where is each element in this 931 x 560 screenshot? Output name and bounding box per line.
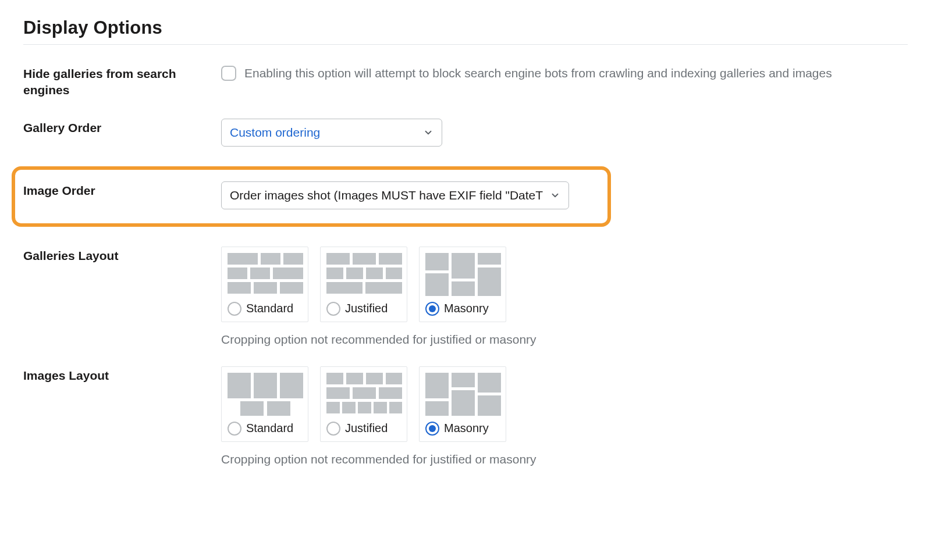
svg-rect-46	[478, 395, 501, 416]
masonry-layout-icon	[425, 373, 501, 416]
svg-rect-25	[254, 373, 277, 398]
galleries-layout-option-label: Masonry	[444, 302, 489, 315]
image-order-highlight: Image Order Order images shot (Images MU…	[12, 166, 611, 227]
standard-layout-icon	[228, 373, 303, 416]
svg-rect-15	[386, 267, 402, 279]
svg-rect-35	[379, 387, 402, 399]
gallery-order-select[interactable]: Custom ordering	[221, 119, 442, 147]
galleries-layout-option-masonry[interactable]: Masonry	[419, 247, 506, 322]
svg-rect-10	[353, 253, 376, 265]
svg-rect-7	[254, 282, 277, 294]
svg-rect-5	[273, 267, 303, 279]
row-images-layout: Images Layout Standard	[23, 366, 908, 466]
svg-rect-27	[240, 401, 264, 416]
justified-layout-icon	[326, 253, 402, 296]
gallery-order-label: Gallery Order	[23, 119, 209, 136]
galleries-layout-options: Standard Justified	[221, 247, 884, 322]
svg-rect-36	[326, 402, 340, 413]
images-layout-options: Standard Justified	[221, 366, 884, 442]
svg-rect-11	[379, 253, 402, 265]
standard-layout-icon	[228, 253, 303, 296]
hide-galleries-description: Enabling this option will attempt to blo…	[244, 65, 832, 81]
chevron-down-icon	[423, 127, 433, 138]
image-order-select[interactable]: Order images shot (Images MUST have EXIF…	[221, 181, 569, 209]
images-layout-option-masonry[interactable]: Masonry	[419, 366, 506, 442]
svg-rect-16	[326, 282, 363, 294]
svg-rect-32	[386, 373, 402, 384]
svg-rect-24	[228, 373, 251, 398]
row-hide-galleries: Hide galleries from search engines Enabl…	[23, 65, 908, 99]
galleries-layout-radio-masonry[interactable]	[425, 302, 439, 316]
galleries-layout-option-standard[interactable]: Standard	[221, 247, 308, 322]
svg-rect-45	[478, 373, 501, 393]
svg-rect-1	[261, 253, 280, 265]
row-galleries-layout: Galleries Layout Standard	[23, 247, 908, 347]
page-title: Display Options	[23, 17, 908, 38]
svg-rect-9	[326, 253, 350, 265]
title-divider	[23, 44, 908, 45]
image-order-value: Order images shot (Images MUST have EXIF…	[230, 188, 543, 202]
svg-rect-4	[250, 267, 270, 279]
svg-rect-37	[342, 402, 356, 413]
images-layout-radio-standard[interactable]	[228, 422, 241, 436]
gallery-order-value: Custom ordering	[230, 126, 320, 140]
row-image-order: Image Order Order images shot (Images MU…	[23, 181, 596, 209]
chevron-down-icon	[550, 190, 560, 201]
images-layout-label: Images Layout	[23, 366, 209, 384]
svg-rect-38	[358, 402, 371, 413]
svg-rect-13	[346, 267, 363, 279]
hide-galleries-checkbox[interactable]	[221, 66, 236, 81]
svg-rect-21	[452, 281, 475, 296]
svg-rect-29	[326, 373, 343, 384]
images-layout-option-label: Justified	[345, 422, 388, 435]
svg-rect-2	[283, 253, 303, 265]
svg-rect-44	[452, 390, 475, 416]
galleries-layout-option-justified[interactable]: Justified	[320, 247, 407, 322]
galleries-layout-hint: Cropping option not recommended for just…	[221, 333, 884, 347]
svg-rect-8	[280, 282, 303, 294]
images-layout-option-label: Standard	[246, 422, 293, 435]
svg-rect-23	[478, 267, 501, 296]
svg-rect-20	[452, 253, 475, 279]
images-layout-option-standard[interactable]: Standard	[221, 366, 308, 442]
svg-rect-31	[366, 373, 383, 384]
galleries-layout-option-label: Justified	[345, 302, 388, 315]
svg-rect-39	[374, 402, 387, 413]
row-gallery-order: Gallery Order Custom ordering	[23, 119, 908, 147]
svg-rect-12	[326, 267, 343, 279]
images-layout-radio-justified[interactable]	[326, 422, 340, 436]
svg-rect-22	[478, 253, 501, 265]
galleries-layout-radio-justified[interactable]	[326, 302, 340, 316]
svg-rect-17	[365, 282, 402, 294]
svg-rect-34	[353, 387, 376, 399]
svg-rect-0	[228, 253, 258, 265]
images-layout-hint: Cropping option not recommended for just…	[221, 452, 884, 466]
svg-rect-26	[280, 373, 303, 398]
svg-rect-41	[425, 373, 449, 398]
images-layout-option-justified[interactable]: Justified	[320, 366, 407, 442]
svg-rect-6	[228, 282, 251, 294]
svg-rect-14	[366, 267, 383, 279]
images-layout-radio-masonry[interactable]	[425, 422, 439, 436]
svg-rect-40	[389, 402, 402, 413]
svg-rect-18	[425, 253, 449, 270]
galleries-layout-label: Galleries Layout	[23, 247, 209, 264]
justified-layout-icon	[326, 373, 402, 416]
image-order-label: Image Order	[23, 181, 209, 199]
svg-rect-33	[326, 387, 350, 399]
svg-rect-3	[228, 267, 247, 279]
svg-rect-28	[267, 401, 290, 416]
images-layout-option-label: Masonry	[444, 422, 489, 435]
hide-galleries-label: Hide galleries from search engines	[23, 65, 209, 99]
svg-rect-19	[425, 273, 449, 296]
svg-rect-30	[346, 373, 363, 384]
svg-rect-42	[425, 401, 449, 416]
masonry-layout-icon	[425, 253, 501, 296]
svg-rect-43	[452, 373, 475, 387]
galleries-layout-radio-standard[interactable]	[228, 302, 241, 316]
galleries-layout-option-label: Standard	[246, 302, 293, 315]
